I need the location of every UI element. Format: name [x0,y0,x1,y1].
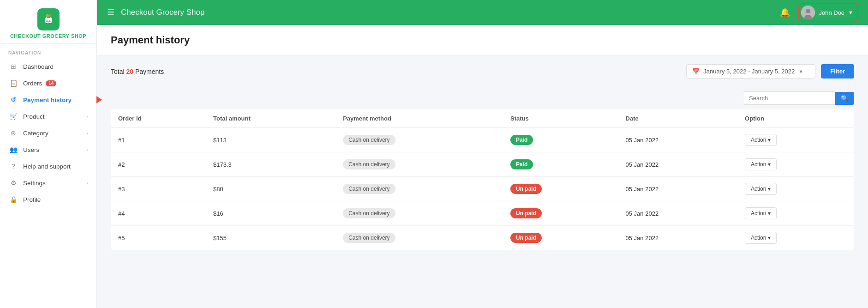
search-button[interactable]: 🔍 [835,92,854,105]
product-icon: 🛒 [8,113,18,120]
topbar-right: 🔔 John Doe ▼ [780,3,858,22]
notification-bell-icon[interactable]: 🔔 [780,7,790,18]
total-payments-text: Total 20 Payments [111,68,164,75]
content-area: Payment history Total 20 Payments 📅 Janu… [97,25,868,308]
col-option: Option [737,109,854,128]
sidebar-item-help[interactable]: ? Help and support [0,158,96,175]
col-order-id: Order id [111,109,206,128]
history-icon: ↺ [8,96,18,103]
sidebar-item-profile[interactable]: 🔒 Profile [0,191,96,208]
cell-action: Action ▾ [737,152,854,177]
topbar: ☰ Checkout Grocery Shop 🔔 John Doe ▼ [97,0,868,25]
menu-icon[interactable]: ☰ [107,7,114,18]
action-chevron-icon: ▾ [768,161,771,168]
cell-payment-method: Cash on delivery [335,226,503,250]
sidebar-item-product[interactable]: 🛒 Product › [0,108,96,125]
cell-date: 05 Jan 2022 [618,152,737,177]
cell-payment-method: Cash on delivery [335,201,503,226]
main-content: ☰ Checkout Grocery Shop 🔔 John Doe ▼ [97,0,868,308]
category-icon: ⊛ [8,129,18,137]
profile-icon: 🔒 [8,196,18,203]
sidebar-item-users[interactable]: 👥 Users › [0,141,96,158]
cell-status: Paid [503,152,618,177]
cell-total: $173.3 [206,152,335,177]
status-badge: Un paid [510,184,542,194]
sidebar-item-dashboard[interactable]: ⊞ Dashboard [0,58,96,75]
svg-point-2 [49,20,50,21]
action-button[interactable]: Action ▾ [745,207,777,219]
date-chevron-icon: ▼ [798,69,803,74]
table-row: #4 $16 Cash on delivery Un paid 05 Jan 2… [111,201,854,226]
table-header: Order id Total amount Payment method Sta… [111,109,854,128]
action-chevron-icon: ▾ [768,210,771,217]
sidebar-item-category[interactable]: ⊛ Category › [0,125,96,141]
cell-payment-method: Cash on delivery [335,177,503,201]
filter-button[interactable]: Filter [821,64,854,79]
payment-method-badge: Cash on delivery [343,208,395,218]
search-input[interactable] [743,91,835,105]
payment-method-badge: Cash on delivery [343,135,395,145]
date-range-value: January 5, 2022 - January 5, 2022 [703,68,795,75]
col-payment-method: Payment method [335,109,503,128]
cell-date: 05 Jan 2022 [618,201,737,226]
sidebar-brand: CHECKOUT GROCERY SHOP [10,33,86,39]
table-section: 🔍 Order id Total amount Payment method S… [97,87,868,259]
table-row: #1 $113 Cash on delivery Paid 05 Jan 202… [111,128,854,152]
filter-section: Total 20 Payments 📅 January 5, 2022 - Ja… [97,56,868,87]
cell-total: $155 [206,226,335,250]
active-arrow-indicator [96,96,102,103]
action-button[interactable]: Action ▾ [745,183,777,195]
sidebar-item-orders[interactable]: 📋 Orders 14 [0,75,96,91]
orders-icon: 📋 [8,79,18,87]
payment-method-badge: Cash on delivery [343,184,395,194]
calendar-icon: 📅 [692,68,700,75]
col-date: Date [618,109,737,128]
cell-total: $113 [206,128,335,152]
col-status: Status [503,109,618,128]
payments-table: Order id Total amount Payment method Sta… [111,109,854,250]
topbar-chevron-icon: ▼ [848,10,853,15]
topbar-title: Checkout Grocery Shop [121,8,780,17]
table-row: #3 $80 Cash on delivery Un paid 05 Jan 2… [111,177,854,201]
cell-action: Action ▾ [737,177,854,201]
cell-payment-method: Cash on delivery [335,152,503,177]
status-badge: Un paid [510,233,542,243]
cell-order-id: #4 [111,201,206,226]
sidebar-item-settings[interactable]: ⚙ Settings › [0,175,96,191]
action-chevron-icon: ▾ [768,137,771,143]
action-chevron-icon: ▾ [768,235,771,241]
product-chevron-icon: › [86,114,88,119]
col-total-amount: Total amount [206,109,335,128]
sidebar-logo: CHECKOUT GROCERY SHOP [0,0,96,44]
action-button[interactable]: Action ▾ [745,158,777,170]
page-header: Payment history [97,25,868,56]
search-box: 🔍 [743,91,854,105]
cell-action: Action ▾ [737,201,854,226]
page-title: Payment history [111,34,854,46]
cell-date: 05 Jan 2022 [618,177,737,201]
table-body: #1 $113 Cash on delivery Paid 05 Jan 202… [111,128,854,250]
cell-total: $80 [206,177,335,201]
cell-payment-method: Cash on delivery [335,128,503,152]
svg-point-6 [806,9,810,13]
action-button[interactable]: Action ▾ [745,232,777,244]
cell-order-id: #1 [111,128,206,152]
cell-date: 05 Jan 2022 [618,128,737,152]
date-range-picker[interactable]: 📅 January 5, 2022 - January 5, 2022 ▼ [686,64,815,79]
category-chevron-icon: › [86,130,88,136]
status-badge: Paid [510,135,533,145]
cell-status: Paid [503,128,618,152]
action-button[interactable]: Action ▾ [745,134,777,146]
users-icon: 👥 [8,146,18,153]
payment-method-badge: Cash on delivery [343,233,395,243]
cell-status: Un paid [503,226,618,250]
user-menu[interactable]: John Doe ▼ [798,3,858,22]
svg-point-1 [46,20,47,21]
action-chevron-icon: ▾ [768,186,771,192]
sidebar-item-payment-history[interactable]: ↺ Payment history [0,91,96,108]
nav-label: NAVIGATION [0,44,96,58]
status-badge: Paid [510,159,533,169]
status-badge: Un paid [510,208,542,218]
settings-icon: ⚙ [8,179,18,187]
avatar [801,6,815,19]
